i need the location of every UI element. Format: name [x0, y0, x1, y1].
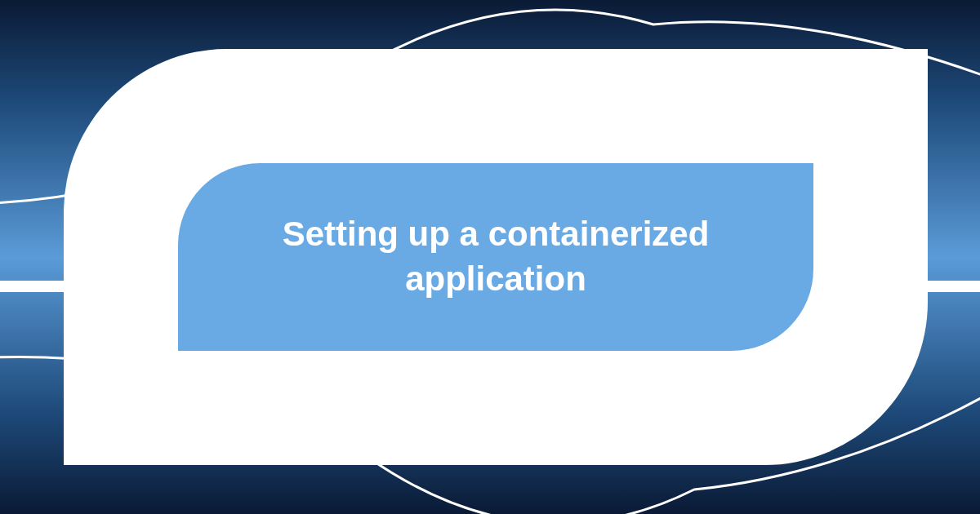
hero-title: Setting up a containerized application — [178, 212, 813, 301]
inner-panel: Setting up a containerized application — [178, 163, 813, 351]
horizontal-accent-left — [0, 281, 65, 292]
horizontal-accent-right — [928, 281, 980, 292]
